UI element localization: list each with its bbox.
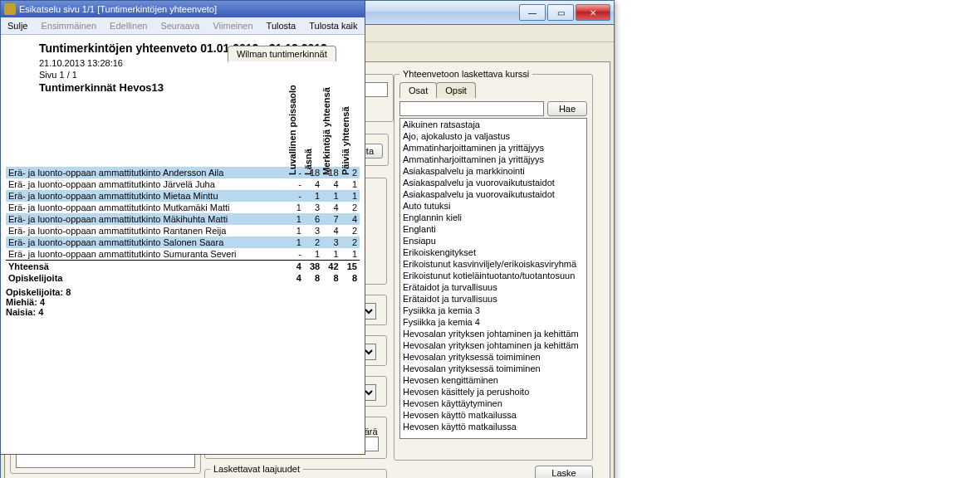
btn-hae[interactable]: Hae	[547, 101, 587, 116]
course-item[interactable]: Englanti	[400, 223, 586, 235]
btn-laske[interactable]: Laske	[535, 466, 593, 478]
course-item[interactable]: Hevosalan yrityksen johtaminen ja kehitt…	[400, 339, 586, 351]
table-row: Erä- ja luonto-oppaan ammattitutkinto Jä…	[6, 178, 360, 190]
course-item[interactable]: Aikuinen ratsastaja	[400, 119, 586, 130]
tb-sulje[interactable]: Sulje	[1, 19, 34, 32]
report-table: Luvallinen poissaolo Läsnä Merkintöjä yh…	[6, 99, 360, 284]
grp-kurssi: Yhteenvetoon laskettava kurssi Osat Opsi…	[394, 69, 593, 461]
course-item[interactable]: Ensiapu	[400, 235, 586, 246]
course-item[interactable]: Hevosalan yrityksen johtaminen ja kehitt…	[400, 328, 586, 339]
kurssi-search[interactable]	[399, 101, 544, 116]
course-item[interactable]: Asiakaspalvelu ja vuorovaikutustaidot	[400, 177, 586, 188]
tab-osat[interactable]: Osat	[399, 82, 437, 98]
course-item[interactable]: Hevosen käyttö matkailussa	[400, 421, 586, 432]
course-item[interactable]: Hevosen käyttäytyminen	[400, 398, 586, 409]
tab-opsit[interactable]: Opsit	[436, 82, 476, 98]
course-item[interactable]: Asiakaspalvelu ja vuorovaikutustaidot	[400, 188, 586, 200]
minimize-button[interactable]: —	[519, 4, 546, 21]
course-list[interactable]: Aikuinen ratsastajaAjo, ajokalusto ja va…	[399, 118, 587, 439]
course-item[interactable]: Hevosen käsittely ja perushoito	[400, 386, 586, 398]
tb-first[interactable]: Ensimmäinen	[34, 19, 103, 32]
course-item[interactable]: Englannin kieli	[400, 212, 586, 223]
course-item[interactable]: Erätaidot ja turvallisuus	[400, 293, 586, 305]
course-item[interactable]: Hevosalan yrityksessä toimiminen	[400, 363, 586, 374]
preview-content: Tuntimerkintöjen yhteenveto 01.01.2012 -…	[1, 35, 365, 324]
course-item[interactable]: Ajo, ajokalusto ja valjastus	[400, 130, 586, 142]
table-row: Erä- ja luonto-oppaan ammattitutkinto Ra…	[6, 225, 360, 237]
course-item[interactable]: Erätaidot ja turvallisuus	[400, 281, 586, 293]
tb-last[interactable]: Viimeinen	[206, 19, 259, 32]
course-item[interactable]: Erikoistunut kasvinviljely/erikoiskasvir…	[400, 258, 586, 270]
course-item[interactable]: Fysiikka ja kemia 3	[400, 305, 586, 316]
course-item[interactable]: Ammatinharjoittaminen ja yrittäjyys	[400, 154, 586, 165]
table-row: Erä- ja luonto-oppaan ammattitutkinto Mi…	[6, 190, 360, 202]
tb-next[interactable]: Seuraava	[154, 19, 206, 32]
course-item[interactable]: Erikoistunut kotieläintuotanto/tuotantos…	[400, 270, 586, 281]
tb-print-all[interactable]: Tulosta kaik	[302, 19, 364, 32]
course-item[interactable]: Fysiikka ja kemia 4	[400, 316, 586, 328]
tb-print[interactable]: Tulosta	[260, 19, 303, 32]
course-item[interactable]: Asiakaspalvelu ja markkinointi	[400, 165, 586, 177]
table-row: Erä- ja luonto-oppaan ammattitutkinto Sa…	[6, 237, 360, 248]
preview-toolbar: Sulje Ensimmäinen Edellinen Seuraava Vii…	[1, 17, 365, 35]
preview-icon	[4, 3, 16, 15]
course-item[interactable]: Erikoiskengitykset	[400, 246, 586, 258]
course-item[interactable]: Hevosen käyttö matkailussa	[400, 409, 586, 421]
tb-prev[interactable]: Edellinen	[103, 19, 154, 32]
table-row: Erä- ja luonto-oppaan ammattitutkinto Mä…	[6, 213, 360, 225]
table-row: Erä- ja luonto-oppaan ammattitutkinto Mu…	[6, 202, 360, 213]
table-row: Erä- ja luonto-oppaan ammattitutkinto Su…	[6, 248, 360, 261]
course-item[interactable]: Auto tutuksi	[400, 200, 586, 212]
tab-wilman[interactable]: Wilman tuntimerkinnät	[228, 46, 336, 61]
course-item[interactable]: Hevosen kengittäminen	[400, 374, 586, 386]
grp-laajuudet: Laskettavat laajuudet Tunnit	[204, 464, 387, 478]
close-button[interactable]: ✕	[576, 4, 610, 21]
preview-window: Esikatselu sivu 1/1 [Tuntimerkintöjen yh…	[0, 0, 365, 455]
maximize-button[interactable]: ▭	[547, 4, 574, 21]
course-item[interactable]: Hevosalan yrityksessä toimiminen	[400, 351, 586, 363]
preview-titlebar[interactable]: Esikatselu sivu 1/1 [Tuntimerkintöjen yh…	[1, 1, 365, 17]
course-item[interactable]: Ammatinharjoittaminen ja yrittäjyys	[400, 142, 586, 154]
